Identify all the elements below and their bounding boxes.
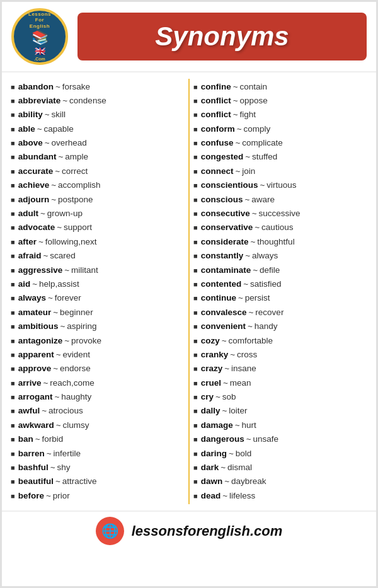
synonym: forever bbox=[55, 292, 81, 304]
list-item: ■dangerous ~ unsafe bbox=[193, 434, 367, 446]
synonym: accomplish bbox=[58, 180, 101, 192]
word: connect bbox=[201, 166, 234, 178]
bullet-icon: ■ bbox=[193, 209, 198, 219]
list-item: ■dally ~ loiter bbox=[193, 405, 367, 417]
word: consecutive bbox=[201, 208, 250, 220]
word: conscientious bbox=[201, 180, 258, 192]
bullet-icon: ■ bbox=[193, 421, 198, 430]
word: dally bbox=[201, 405, 220, 417]
word: ban bbox=[18, 434, 33, 446]
word: considerate bbox=[201, 236, 249, 248]
word: achieve bbox=[18, 180, 50, 192]
list-item: ■awful ~ atrocious bbox=[11, 405, 185, 417]
word: aid bbox=[18, 279, 31, 291]
bullet-icon: ■ bbox=[11, 181, 15, 190]
list-item: ■adult ~ grown-up bbox=[11, 208, 185, 220]
bullet-icon: ■ bbox=[11, 463, 15, 473]
list-item: ■crazy ~ insane bbox=[193, 363, 367, 375]
word: before bbox=[18, 490, 44, 502]
word: conflict bbox=[201, 109, 231, 121]
word: awkward bbox=[18, 420, 54, 432]
bullet-icon: ■ bbox=[193, 266, 198, 275]
bullet-icon: ■ bbox=[11, 492, 15, 501]
list-item: ■antagonize ~ provoke bbox=[11, 335, 185, 347]
word: confuse bbox=[201, 137, 234, 149]
logo-bottom-text: .Com bbox=[28, 57, 51, 62]
bullet-icon: ■ bbox=[193, 167, 198, 176]
list-item: ■aggressive ~ militant bbox=[11, 265, 185, 277]
bullet-icon: ■ bbox=[193, 393, 198, 402]
word: dark bbox=[201, 462, 219, 474]
synonym: dismal bbox=[227, 462, 252, 474]
synonym: help,assist bbox=[39, 279, 79, 291]
bullet-icon: ■ bbox=[11, 195, 15, 205]
bullet-icon: ■ bbox=[193, 153, 198, 162]
word: ambitious bbox=[18, 321, 59, 333]
bullet-icon: ■ bbox=[11, 406, 15, 416]
bullet-icon: ■ bbox=[193, 435, 198, 444]
list-item: ■arrogant ~ haughty bbox=[11, 391, 185, 403]
word: abundant bbox=[18, 151, 57, 163]
bullet-icon: ■ bbox=[193, 125, 198, 134]
footer: 🌐 lessonsforenglish.com bbox=[2, 510, 376, 550]
word: cry bbox=[201, 391, 214, 403]
logo: LessonsForEnglish 📚 🇬🇧 .Com bbox=[11, 8, 68, 65]
bullet-icon: ■ bbox=[11, 223, 15, 233]
list-item: ■able ~ capable bbox=[11, 124, 185, 135]
synonym: handy bbox=[255, 321, 278, 333]
word: constantly bbox=[201, 250, 244, 262]
footer-url[interactable]: lessonsforenglish.com bbox=[132, 523, 283, 539]
bullet-icon: ■ bbox=[193, 337, 198, 346]
synonym: militant bbox=[71, 265, 98, 277]
bullet-icon: ■ bbox=[193, 280, 198, 289]
list-item: ■beautiful ~ attractive bbox=[11, 476, 185, 488]
synonym: thoughtful bbox=[257, 236, 294, 248]
bullet-icon: ■ bbox=[193, 83, 198, 92]
list-item: ■ability ~ skill bbox=[11, 109, 185, 121]
bullet-icon: ■ bbox=[193, 350, 198, 360]
list-item: ■abundant ~ ample bbox=[11, 151, 185, 163]
word: damage bbox=[201, 420, 233, 432]
list-item: ■considerate ~ thoughtful bbox=[193, 236, 367, 248]
list-item: ■amateur ~ beginner bbox=[11, 307, 185, 319]
list-item: ■contaminate ~ defile bbox=[193, 265, 367, 277]
synonym: beginner bbox=[60, 307, 93, 319]
bullet-icon: ■ bbox=[11, 379, 15, 388]
bullet-icon: ■ bbox=[11, 280, 15, 289]
list-item: ■cruel ~ mean bbox=[193, 378, 367, 389]
list-item: ■connect ~ join bbox=[193, 166, 367, 178]
synonym: provoke bbox=[71, 335, 101, 347]
synonym: loiter bbox=[229, 405, 247, 417]
word: conflict bbox=[201, 95, 231, 107]
synonym: scared bbox=[50, 250, 76, 262]
synonym: hurt bbox=[242, 420, 256, 432]
word: daring bbox=[201, 448, 227, 460]
synonym: capable bbox=[44, 124, 74, 135]
synonym: bold bbox=[236, 448, 252, 460]
title-box: Synonyms bbox=[77, 13, 367, 61]
word: after bbox=[18, 236, 37, 248]
header: LessonsForEnglish 📚 🇬🇧 .Com Synonyms bbox=[2, 2, 376, 72]
synonym: endorse bbox=[60, 363, 91, 375]
word: ability bbox=[18, 109, 43, 121]
list-item: ■conform ~ comply bbox=[193, 124, 367, 135]
synonym: following,next bbox=[45, 236, 97, 248]
list-item: ■approve ~ endorse bbox=[11, 363, 185, 375]
word: convalesce bbox=[201, 307, 247, 319]
bullet-icon: ■ bbox=[11, 308, 15, 318]
list-item: ■abbreviate ~ condense bbox=[11, 95, 185, 107]
word: accurate bbox=[18, 166, 54, 178]
bullet-icon: ■ bbox=[11, 96, 15, 106]
list-item: ■continue ~ persist bbox=[193, 292, 367, 304]
logo-inner: LessonsForEnglish 📚 🇬🇧 .Com bbox=[28, 11, 51, 62]
bullet-icon: ■ bbox=[193, 406, 198, 416]
synonym: join bbox=[242, 166, 255, 178]
synonym: cautious bbox=[261, 222, 293, 234]
list-item: ■ban ~ forbid bbox=[11, 434, 185, 446]
list-item: ■cranky ~ cross bbox=[193, 349, 367, 361]
word: confine bbox=[201, 81, 231, 93]
bullet-icon: ■ bbox=[11, 110, 15, 120]
bullet-icon: ■ bbox=[11, 238, 15, 247]
list-item: ■cry ~ sob bbox=[193, 391, 367, 403]
word: cranky bbox=[201, 349, 229, 361]
